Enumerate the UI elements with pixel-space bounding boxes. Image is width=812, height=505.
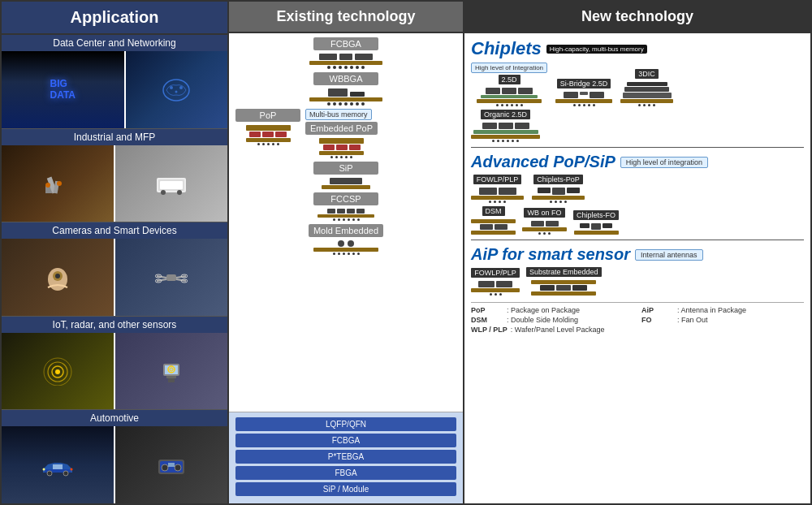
pkg-pop: PoP [235, 109, 300, 145]
pkg-label-mold-embedded: Mold Embedded [309, 224, 383, 237]
app-item-industrial: Industrial and MFP [2, 129, 227, 223]
embedded-pop-col: Multi-bus memory Embedded PoP [305, 109, 378, 158]
pkg-organic-2_5d: Organic 2.5D [471, 110, 540, 142]
blue-btn-fcbga2: FCBGA [235, 434, 456, 447]
svg-point-41 [71, 468, 73, 470]
pkg-dsm: DSM [471, 206, 516, 235]
app-section: Data Center and Networking BIGDATA [2, 35, 227, 503]
badge-high-int-2: High level of integration [620, 157, 708, 168]
app-images-automotive [2, 426, 227, 503]
legend-dsm: DSM : Double Side Molding [471, 316, 633, 324]
svg-point-44 [162, 464, 168, 471]
svg-point-40 [43, 468, 45, 470]
blue-btn-lqfp: LQFP/QFN [235, 417, 456, 431]
mid-header: Existing technology [229, 2, 463, 33]
chiplets-header-row: Chiplets High-capacity, multi-bus memory [471, 38, 804, 59]
img-cameras-right [115, 239, 227, 316]
pkg-embedded-pop: Embedded PoP [305, 122, 378, 158]
pkg-label-wbbga: WBBGA [313, 72, 378, 85]
legend-val-wlp: : Wafer/Panel Level Package [511, 326, 605, 334]
label-chiplets-pop: Chiplets-PoP [533, 175, 583, 184]
pkg-wb-fo: WB on FO [522, 208, 567, 235]
img-auto-right [115, 426, 227, 503]
pkg-fcbga: FCBGA [235, 37, 456, 69]
app-images-cameras [2, 239, 227, 316]
svg-point-16 [55, 274, 60, 278]
pop-packages-row2: DSM WB on FO [471, 206, 804, 235]
legend-key-aip: AiP [641, 306, 674, 314]
badge-antennas: Internal antennas [635, 249, 703, 261]
chiplets-row: High level of Integration 2.5D [471, 63, 804, 106]
blue-btn-sip-module: SiP / Module [235, 482, 456, 496]
legend-key-fo: FO [641, 316, 674, 324]
svg-rect-46 [168, 463, 175, 467]
pkg-aip-fowlp: FOWLP/PLP [471, 268, 520, 296]
app-item-datacenter: Data Center and Networking BIGDATA [2, 35, 227, 129]
mid-title: Existing technology [276, 8, 415, 24]
pkg-substrate-emb: Substrate Embedded [526, 267, 602, 296]
svg-point-7 [45, 183, 50, 188]
label-substrate-emb: Substrate Embedded [526, 267, 602, 277]
label-3dic: 3DIC [635, 69, 659, 79]
legend-val-aip: : Antenna in Package [677, 306, 746, 314]
svg-point-45 [175, 464, 181, 471]
svg-point-8 [57, 181, 62, 186]
label-organic-2_5d: Organic 2.5D [481, 110, 530, 119]
badge-high-int-1: High level of Integration [471, 63, 547, 73]
pop-row: PoP [235, 109, 456, 158]
pop-title: Advanced PoP/SiP [471, 153, 615, 171]
svg-point-12 [161, 190, 166, 195]
mid-column: Existing technology FCBGA [229, 2, 464, 503]
pkg-label-fccsp: FCCSP [313, 192, 378, 205]
label-dsm: DSM [482, 206, 505, 216]
pkg-fccsp: FCCSP [235, 192, 456, 221]
pkg-sibridge: Si-Bridge 2.5D [555, 79, 612, 106]
svg-point-0 [163, 80, 189, 101]
app-images-industrial [2, 145, 227, 222]
label-fowlp1: FOWLP/PLP [473, 175, 522, 184]
img-cameras-left [2, 239, 114, 316]
legend-val-pop: : Package on Package [507, 306, 580, 314]
pkg-sip: SiP [235, 162, 456, 189]
pkg-label-embedded-pop: Embedded PoP [305, 122, 378, 135]
legend-key-dsm: DSM [471, 316, 503, 324]
left-header: Application [2, 2, 227, 35]
legend-key-pop: PoP [471, 306, 503, 314]
right-content: Chiplets High-capacity, multi-bus memory… [464, 33, 810, 503]
svg-point-26 [55, 369, 60, 374]
svg-point-13 [177, 190, 182, 195]
svg-rect-39 [53, 464, 63, 469]
aip-packages-row: FOWLP/PLP [471, 267, 804, 296]
img-datacenter-right [126, 51, 227, 128]
app-title-iot: IoT, radar, and other sensors [2, 317, 227, 333]
legend-val-dsm: : Double Side Molding [507, 316, 578, 324]
app-images-iot [2, 333, 227, 410]
pkg-label-fcbga: FCBGA [313, 37, 378, 50]
mid-content: FCBGA [229, 33, 463, 412]
pop-header-row: Advanced PoP/SiP High level of integrati… [471, 153, 804, 171]
legend-val-fo: : Fan Out [677, 316, 708, 324]
svg-rect-17 [166, 274, 176, 281]
legend-section: PoP : Package on Package AiP : Antenna i… [471, 302, 804, 334]
divider-1 [471, 147, 804, 148]
svg-point-1 [170, 86, 173, 89]
svg-point-38 [63, 471, 68, 476]
legend-aip: AiP : Antenna in Package [641, 306, 804, 314]
pkg-label-pop: PoP [235, 109, 300, 122]
label-aip-fowlp: FOWLP/PLP [471, 268, 520, 278]
right-title: New technology [581, 8, 693, 24]
app-item-iot: IoT, radar, and other sensors [2, 317, 227, 411]
pkg-fowlp1: FOWLP/PLP [471, 175, 524, 203]
pkg-3dic: 3DIC [620, 69, 673, 106]
pkg-mold-embedded: Mold Embedded [235, 224, 456, 255]
svg-point-37 [47, 471, 52, 476]
pkg-chiplets-fo: Chiplets-FO [573, 210, 619, 235]
blue-btn-fbga: FBGA [235, 466, 456, 480]
legend-key-wlp: WLP / PLP [471, 326, 508, 334]
legend-fo: FO : Fan Out [641, 316, 804, 324]
pop-packages-row1: FOWLP/PLP [471, 175, 804, 203]
multi-bus-badge: Multi-bus memory [305, 109, 372, 120]
aip-title: AiP for smart sensor [471, 245, 630, 264]
img-auto-left [2, 426, 114, 503]
svg-point-3 [175, 90, 178, 93]
